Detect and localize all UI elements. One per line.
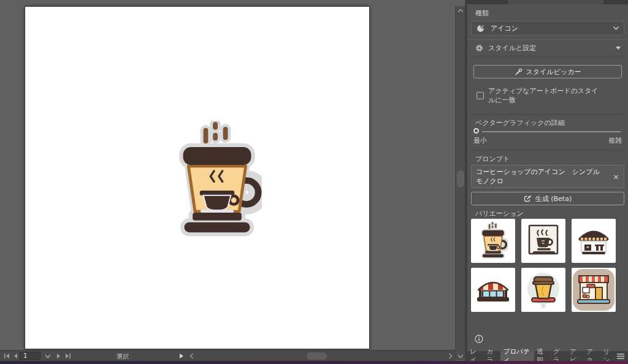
style-settings-label: スタイルと設定 (488, 44, 536, 53)
tab-layers[interactable]: レイ (467, 351, 484, 361)
last-artboard-icon[interactable] (64, 352, 71, 360)
variation-thumb-takeaway-cup[interactable] (521, 268, 565, 312)
divider (471, 150, 624, 151)
artboard-dropdown-icon[interactable] (44, 352, 52, 360)
generate-button[interactable]: 生成 (Beta) (471, 192, 624, 205)
slider-range-labels: 最小 複雑 (473, 136, 622, 145)
panel-tab-strip-cutoff[interactable] (467, 0, 628, 4)
match-artboard-checkbox[interactable] (477, 92, 484, 99)
canvas-pasteboard[interactable]: 1 選択 (0, 0, 465, 364)
style-picker-button[interactable]: スタイルピッカー (473, 65, 622, 78)
type-select-value: アイコン (491, 24, 518, 33)
slider-knob[interactable] (473, 128, 479, 134)
collapse-triangle-icon[interactable] (616, 47, 621, 50)
illustrator-window: 1 選択 種類 (0, 0, 628, 364)
variation-thumb-storefront-beige[interactable] (572, 268, 616, 312)
style-settings-header[interactable]: スタイルと設定 (467, 39, 628, 56)
chevron-down-icon (613, 26, 619, 30)
detail-max-label: 複雑 (608, 136, 622, 145)
variation-thumb-storefront-brown[interactable] (572, 219, 616, 263)
artboard-number-field[interactable]: 1 (20, 352, 40, 360)
scroll-up-icon[interactable] (456, 6, 465, 15)
clear-prompt-icon[interactable]: × (613, 173, 619, 181)
tabbar-menu-icon[interactable] (617, 351, 624, 361)
type-label: 種類 (475, 9, 489, 18)
detail-label: ベクターグラフィックの詳細 (475, 118, 565, 127)
detail-min-label: 最小 (473, 136, 487, 145)
coffee-sticker-artwork[interactable] (172, 121, 262, 240)
tab-links[interactable]: リン (600, 351, 617, 361)
tab-gradient[interactable]: グラ (550, 351, 567, 361)
text-to-vector-panel: 種類 アイコン スタイルと設定 スタイ (467, 0, 628, 361)
artboard[interactable] (25, 6, 370, 349)
style-picker-label: スタイルピッカー (526, 67, 581, 77)
scroll-right-icon[interactable] (446, 352, 454, 360)
slider-track[interactable] (482, 131, 621, 132)
previous-artboard-icon[interactable] (12, 352, 19, 360)
generate-label: 生成 (Beta) (535, 194, 572, 203)
match-artboard-row: アクティブなアートボードのスタイルに一致 (477, 86, 618, 105)
variations-label: バリエーション (475, 209, 524, 218)
tab-actions[interactable]: アク (584, 351, 600, 361)
panel-bottom-tabbar: レイ カラ プロパティ 透明 グラ アピ アク リン (467, 351, 628, 361)
status-indicator: 選択 (86, 352, 159, 361)
type-select[interactable]: アイコン (471, 21, 624, 36)
style-picker-icon (515, 68, 523, 76)
status-menu-icon[interactable] (178, 352, 185, 360)
variation-thumb-storefront-striped[interactable] (471, 268, 515, 312)
detail-slider[interactable] (473, 127, 622, 136)
panel-active-tab-cutoff[interactable] (508, 0, 603, 4)
first-artboard-icon[interactable] (3, 352, 10, 360)
generate-icon (524, 195, 532, 203)
app-bottom-edge (0, 361, 628, 364)
next-artboard-icon[interactable] (55, 352, 63, 360)
prompt-text: コーヒーショップのアイコン シンプル モノクロ (476, 168, 607, 185)
gear-icon (475, 44, 483, 52)
scroll-down-icon[interactable] (456, 352, 465, 360)
variations-grid (471, 219, 624, 312)
tab-properties[interactable]: プロパティ (500, 351, 534, 361)
prompt-label: プロンプト (475, 154, 510, 164)
tab-color[interactable]: カラ (484, 351, 500, 361)
prompt-input[interactable]: コーヒーショップのアイコン シンプル モノクロ × (471, 165, 624, 188)
variation-thumb-framed-cup[interactable] (521, 219, 565, 263)
vertical-scroll-thumb[interactable] (457, 170, 464, 188)
document-status-bar: 1 選択 (0, 350, 455, 361)
subject-type-icon (477, 25, 484, 32)
tab-appearance[interactable]: アピ (567, 351, 584, 361)
info-icon[interactable] (475, 335, 483, 343)
scroll-left-icon[interactable] (188, 352, 195, 360)
horizontal-scroll-thumb[interactable] (307, 352, 327, 360)
vertical-scrollbar[interactable] (455, 6, 465, 360)
variation-thumb-coffee-sticker[interactable] (471, 219, 515, 263)
divider (471, 114, 624, 115)
tab-transparency[interactable]: 透明 (534, 351, 551, 361)
match-artboard-label: アクティブなアートボードのスタイルに一致 (488, 86, 605, 105)
